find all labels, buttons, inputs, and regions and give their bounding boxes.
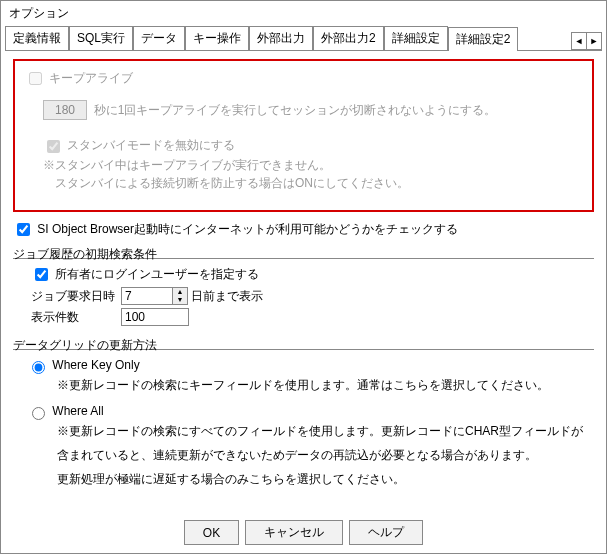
- tab-sql[interactable]: SQL実行: [69, 26, 133, 50]
- window-title: オプション: [1, 1, 606, 24]
- cancel-button[interactable]: キャンセル: [245, 520, 343, 545]
- dialog-buttons: OK キャンセル ヘルプ: [1, 520, 606, 545]
- where-key-only-label: Where Key Only: [52, 358, 139, 372]
- where-all-note1: ※更新レコードの検索にすべてのフィールドを使用します。更新レコードにCHAR型フ…: [57, 422, 594, 440]
- job-reqdate-input[interactable]: [122, 288, 172, 304]
- disp-count-label: 表示件数: [31, 308, 121, 326]
- tab-out1[interactable]: 外部出力: [249, 26, 313, 50]
- standby-checkbox-row[interactable]: スタンバイモードを無効にする: [43, 138, 235, 152]
- job-reqdate-suffix: 日前まで表示: [191, 287, 263, 305]
- job-reqdate-spinner[interactable]: ▲▼: [121, 287, 188, 305]
- where-key-only-note: ※更新レコードの検索にキーフィールドを使用します。通常はこちらを選択してください…: [57, 376, 594, 394]
- owner-login-row[interactable]: 所有者にログインユーザーを指定する: [31, 267, 259, 281]
- keepalive-interval-input[interactable]: [43, 100, 87, 120]
- owner-login-checkbox[interactable]: [35, 268, 48, 281]
- tab-scroll-left[interactable]: ◄: [571, 32, 587, 50]
- tab-scroll-right[interactable]: ►: [586, 32, 602, 50]
- keepalive-highlight-box: キープアライブ 秒に1回キープアライブを実行してセッションが切断されないようにす…: [13, 59, 594, 212]
- tab-detail1[interactable]: 詳細設定: [384, 26, 448, 50]
- keepalive-interval-text: 秒に1回キープアライブを実行してセッションが切断されないようにする。: [94, 103, 497, 117]
- disp-count-input[interactable]: [121, 308, 189, 326]
- keepalive-checkbox-row[interactable]: キープアライブ: [25, 71, 133, 85]
- spin-down-icon[interactable]: ▼: [173, 296, 187, 304]
- job-history-legend: ジョブ履歴の初期検索条件: [13, 245, 594, 263]
- tab-key[interactable]: キー操作: [185, 26, 249, 50]
- where-all-note2: 含まれていると、連続更新ができないためデータの再読込が必要となる場合があります。: [57, 446, 594, 464]
- standby-note2: スタンバイによる接続切断を防止する場合はONにしてください。: [43, 174, 582, 192]
- datagrid-legend: データグリッドの更新方法: [13, 336, 594, 354]
- owner-login-label: 所有者にログインユーザーを指定する: [55, 267, 259, 281]
- tab-teigi[interactable]: 定義情報: [5, 26, 69, 50]
- help-button[interactable]: ヘルプ: [349, 520, 423, 545]
- ok-button[interactable]: OK: [184, 520, 239, 545]
- internet-check-label: SI Object Browser起動時にインターネットが利用可能かどうかをチェ…: [37, 222, 458, 236]
- where-all-row[interactable]: Where All: [27, 404, 104, 418]
- tab-out2[interactable]: 外部出力2: [313, 26, 384, 50]
- where-key-only-radio[interactable]: [32, 361, 45, 374]
- tab-detail2[interactable]: 詳細設定2: [448, 27, 519, 51]
- where-key-only-row[interactable]: Where Key Only: [27, 358, 140, 372]
- spin-up-icon[interactable]: ▲: [173, 288, 187, 296]
- where-all-radio[interactable]: [32, 407, 45, 420]
- where-all-note3: 更新処理が極端に遅延する場合のみこちらを選択してください。: [57, 470, 594, 488]
- job-reqdate-label: ジョブ要求日時: [31, 287, 121, 305]
- tab-strip: 定義情報 SQL実行 データ キー操作 外部出力 外部出力2 詳細設定 詳細設定…: [5, 24, 602, 51]
- standby-note1: ※スタンバイ中はキープアライブが実行できません。: [43, 156, 582, 174]
- tab-content: キープアライブ 秒に1回キープアライブを実行してセッションが切断されないようにす…: [1, 51, 606, 488]
- tab-scroll: ◄ ►: [572, 32, 602, 50]
- internet-check-row[interactable]: SI Object Browser起動時にインターネットが利用可能かどうかをチェ…: [13, 222, 458, 236]
- standby-label: スタンバイモードを無効にする: [67, 138, 235, 152]
- standby-checkbox[interactable]: [47, 140, 60, 153]
- options-dialog: オプション 定義情報 SQL実行 データ キー操作 外部出力 外部出力2 詳細設…: [0, 0, 607, 554]
- internet-check-checkbox[interactable]: [17, 223, 30, 236]
- tab-data[interactable]: データ: [133, 26, 185, 50]
- keepalive-checkbox[interactable]: [29, 72, 42, 85]
- keepalive-label: キープアライブ: [49, 71, 133, 85]
- where-all-label: Where All: [52, 404, 103, 418]
